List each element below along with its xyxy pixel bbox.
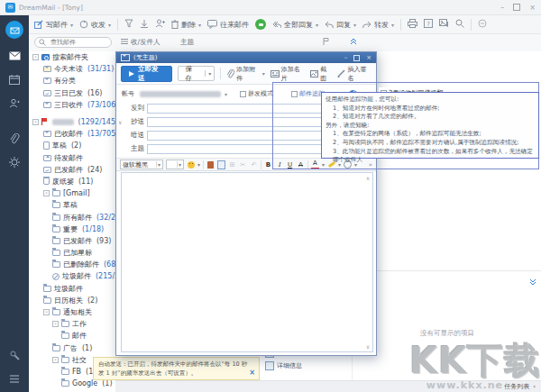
insert-signature-button[interactable]: 插入签名 <box>337 65 371 83</box>
online-status-button[interactable] <box>255 19 266 30</box>
screenshot-button[interactable]: 截图 <box>310 65 332 83</box>
close-button[interactable]: × <box>529 4 536 12</box>
sidebar-folder-item[interactable]: 重要(1/18) <box>29 223 115 235</box>
contacts-rail-button[interactable] <box>5 93 24 113</box>
cc-collapse-icon[interactable]: ∨ <box>118 119 122 125</box>
expand-toggle-icon[interactable]: - <box>32 119 39 125</box>
sidebar-folder-item[interactable]: 草稿(2) <box>29 140 115 151</box>
sidebar-folder-item[interactable]: 已删除邮件(68/159 <box>29 259 115 270</box>
column-subject[interactable]: 主题 <box>180 38 194 47</box>
menu-rail-button[interactable] <box>5 369 24 388</box>
export-image-icon[interactable] <box>439 19 449 30</box>
reply-button[interactable]: 回复▾ <box>325 20 356 30</box>
settings-rail-button[interactable] <box>5 152 24 172</box>
undo-button[interactable]: ↶ <box>250 160 258 169</box>
column-icon[interactable] <box>121 38 128 47</box>
sidebar-folder-item[interactable]: 三日已发(16) <box>29 87 115 99</box>
sidebar-folder-item[interactable]: 有分类 <box>29 75 115 87</box>
paste-button[interactable] <box>217 160 225 169</box>
filter-icon[interactable] <box>124 19 133 30</box>
expand-toggle-icon[interactable]: - <box>32 54 39 60</box>
expand-toggle-icon[interactable]: - <box>52 321 59 327</box>
add-contact-icon[interactable] <box>155 19 165 30</box>
search-input[interactable] <box>49 38 106 47</box>
account-value-redacted[interactable] <box>140 91 221 97</box>
folder-count: (1) <box>82 344 92 352</box>
compose-close-button[interactable]: × <box>366 54 371 61</box>
sidebar-folder-item[interactable]: 已发邮件(24) <box>29 164 115 176</box>
expand-toggle-icon[interactable]: - <box>43 190 50 196</box>
bold-button[interactable]: B <box>264 160 272 169</box>
search-box[interactable] <box>34 37 112 48</box>
sidebar-folder-item[interactable]: 三日收件(73/106) <box>29 99 115 111</box>
help-icon[interactable]: ? <box>424 19 433 30</box>
sidebar-folder-item[interactable]: 所有邮件(32/296) <box>29 211 115 223</box>
notification-close-icon[interactable]: × <box>249 369 255 378</box>
sidebar-folder-item[interactable]: 草稿 <box>29 199 115 211</box>
font-family-select[interactable]: 微软雅黑▾ <box>120 160 163 169</box>
fetch-headers-icon[interactable] <box>140 19 149 30</box>
correspondence-button[interactable]: 往来邮件 <box>207 20 249 30</box>
copy-button[interactable]: ⊞ <box>228 160 236 169</box>
compose-maximize-button[interactable] <box>353 55 360 61</box>
tools-rail-button[interactable] <box>5 345 24 365</box>
emoji-button[interactable] <box>187 160 195 169</box>
send-now-button[interactable]: 立即发送 <box>121 66 172 82</box>
sidebar-folder-item[interactable]: 已收邮件(13/705) <box>29 128 115 140</box>
sidebar-folder-item[interactable]: 已发邮件(93) <box>29 235 115 247</box>
expand-section-icon[interactable] <box>529 278 536 286</box>
tooltip-line: 另外，请您知晓: <box>326 122 535 131</box>
delete-button[interactable]: 删除▾ <box>171 20 201 30</box>
sidebar-folder-item[interactable]: 广告(1) <box>29 342 115 354</box>
subject-label: 主题 <box>116 144 147 153</box>
sidebar-folder-item[interactable]: -搜索邮件夹 <box>29 51 115 63</box>
compose-rail-button[interactable] <box>5 21 23 39</box>
message-body[interactable]: ∧ ∨ <box>121 172 373 352</box>
attachment-rail-button[interactable] <box>5 129 24 149</box>
sidebar-folder-item[interactable]: -工作 <box>29 318 115 330</box>
calendar-rail-button[interactable] <box>5 69 24 89</box>
sidebar-folder-item[interactable]: -通知相关 <box>29 306 115 318</box>
sidebar-folder-item[interactable]: 邮件 <box>29 330 115 342</box>
checkbox-icon[interactable] <box>240 91 246 97</box>
maximize-button[interactable] <box>513 4 520 11</box>
folder-label: 邮件 <box>72 331 87 341</box>
stamp-button[interactable] <box>206 160 215 169</box>
scroll-down-icon[interactable]: ∨ <box>364 343 371 350</box>
mass-mode-checkbox[interactable]: 群发模式 <box>240 89 273 98</box>
details-button[interactable]: 详细信息 <box>265 360 352 372</box>
sidebar-folder-item[interactable]: -(1292/145 <box>29 116 115 128</box>
font-size-select[interactable]: ▾ <box>166 160 184 169</box>
add-card-button[interactable]: 添加名片 <box>270 65 306 83</box>
compose-minimize-button[interactable]: – <box>344 54 348 61</box>
flag-column-icon[interactable] <box>323 38 329 47</box>
task-list-toggle[interactable]: 任务列表 <box>504 382 529 391</box>
minimize-button[interactable]: – <box>500 4 504 12</box>
scroll-up-icon[interactable]: ∧ <box>364 175 371 181</box>
expand-toggle-icon[interactable]: - <box>52 357 59 363</box>
zoom-search-icon[interactable] <box>455 19 464 30</box>
add-attachment-button[interactable]: 添加附件▾ <box>226 65 264 83</box>
expand-toggle-icon[interactable]: - <box>43 309 50 315</box>
sidebar-folder-item[interactable]: 垃圾邮件 <box>29 283 115 295</box>
compose-button[interactable]: 写邮件▾ <box>34 20 73 30</box>
print-icon[interactable] <box>408 19 417 30</box>
sidebar-folder-item[interactable]: 日历相关(2) <box>29 295 115 306</box>
more-options-icon[interactable] <box>478 19 487 30</box>
task-list-chevron-icon[interactable]: ‹ <box>533 383 536 390</box>
sidebar-folder-item[interactable]: 垃圾邮件(215/377) <box>29 270 115 282</box>
forward-button[interactable]: 转发▾ <box>362 20 394 30</box>
save-button[interactable]: 保存▾ <box>178 66 215 81</box>
sidebar-folder-item[interactable]: 今天未读(31/31) <box>29 63 115 75</box>
mail-rail-button[interactable] <box>5 46 24 66</box>
pane-divider[interactable] <box>353 270 541 271</box>
reply-all-button[interactable]: 全部回复▾ <box>272 20 318 30</box>
sidebar-folder-item[interactable]: -[Gmail] <box>29 187 115 199</box>
sidebar-folder-item[interactable]: 已加星标 <box>29 247 115 259</box>
column-from[interactable]: 收/发件人 <box>131 38 160 47</box>
send-receive-button[interactable]: 收发▾ <box>79 20 111 30</box>
collapse-pane-icon[interactable] <box>350 38 357 47</box>
sidebar-folder-item[interactable]: 待发邮件 <box>29 152 115 164</box>
cut-button[interactable]: ✂ <box>239 160 247 169</box>
sidebar-folder-item[interactable]: 废纸篓(11) <box>29 176 115 187</box>
